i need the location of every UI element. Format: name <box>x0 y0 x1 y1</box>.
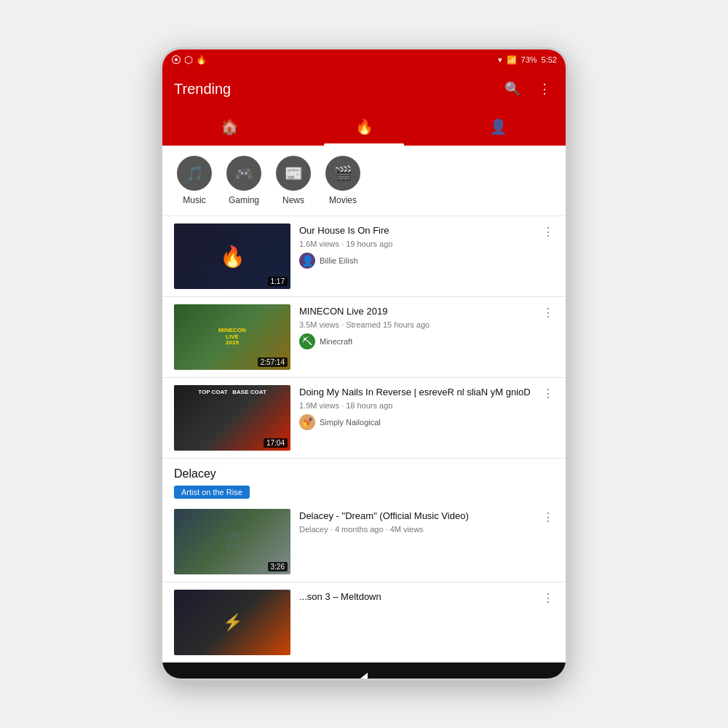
duration-2: 2:57:14 <box>258 357 288 367</box>
video-item-apex: ⚡ ...son 3 – Meltdown ⋮ <box>162 582 566 662</box>
video-item-delacey: 🎵 3:26 Delacey - "Dream" (Official Music… <box>162 502 566 582</box>
movies-icon-circle: 🎬 <box>325 156 360 191</box>
thumbnail-apex[interactable]: ⚡ <box>174 590 290 655</box>
status-dot-red: ⦿ <box>171 54 181 66</box>
video-info-delacey: Delacey - "Dream" (Official Music Video)… <box>299 509 554 538</box>
battery-level: 73% <box>521 55 537 64</box>
thumbnail-1[interactable]: 🔥 1:17 <box>174 223 290 289</box>
channel-avatar-3: 💅 <box>299 414 315 430</box>
section-header-delacey: Delacey Artist on the Rise <box>162 459 566 502</box>
music-label: Music <box>183 195 205 205</box>
thumbnail-delacey[interactable]: 🎵 3:26 <box>174 509 290 574</box>
thumbnail-3[interactable]: TOP COAT BASE COAT 17:04 <box>174 385 290 451</box>
tab-account[interactable]: 👤 <box>431 108 566 146</box>
video-info-2: MINECON Live 2019 3.5M views · Streamed … <box>299 304 554 349</box>
wifi-icon: ▾ <box>498 55 502 65</box>
video-meta-delacey: Delacey · 4 months ago · 4M views <box>299 525 554 534</box>
channel-avatar-1: 👤 <box>299 253 315 269</box>
minecon-text: MINECONLIVE2019 <box>218 328 246 347</box>
category-movies[interactable]: 🎬 Movies <box>325 156 360 205</box>
home-icon: 🏠 <box>221 118 239 135</box>
tablet-frame: ⦿ ⬡ 🔥 ▾ 📶 73% 5:52 Trending 🔍 ⋮ 🏠 🔥 👤 <box>160 47 568 681</box>
topcoat-text: TOP COAT BASE COAT <box>198 389 266 396</box>
tab-home[interactable]: 🏠 <box>162 108 297 146</box>
status-dot-2: ⬡ <box>184 54 193 66</box>
back-button[interactable] <box>360 673 368 681</box>
duration-3: 17:04 <box>264 438 288 448</box>
channel-row-2: ⛏ Minecraft <box>299 333 554 349</box>
video-info-1: Our House Is On Fire 1.6M views · 19 hou… <box>299 223 554 269</box>
news-label: News <box>282 195 304 205</box>
trending-icon: 🔥 <box>355 118 373 135</box>
duration-1: 1:17 <box>268 277 288 286</box>
video-title-1[interactable]: Our House Is On Fire <box>299 225 554 237</box>
channel-name-3[interactable]: Simply Nailogical <box>320 418 381 427</box>
status-bar: ⦿ ⬡ 🔥 ▾ 📶 73% 5:52 <box>162 50 566 70</box>
video-item-3: TOP COAT BASE COAT 17:04 Doing My Nails … <box>162 378 566 458</box>
search-button[interactable]: 🔍 <box>502 78 523 100</box>
toolbar-icons: 🔍 ⋮ <box>502 78 554 100</box>
video-title-2[interactable]: MINECON Live 2019 <box>299 306 554 318</box>
account-icon: 👤 <box>489 118 507 135</box>
channel-row-3: 💅 Simply Nailogical <box>299 414 554 430</box>
video-meta-1: 1.6M views · 19 hours ago <box>299 240 554 248</box>
more-btn-1[interactable]: ⋮ <box>539 223 557 240</box>
thumb-bg-apex: ⚡ <box>174 590 290 655</box>
news-icon-circle: 📰 <box>276 156 311 191</box>
video-title-delacey[interactable]: Delacey - "Dream" (Official Music Video) <box>299 510 554 523</box>
section-title-delacey: Delacey <box>174 467 554 480</box>
toolbar: Trending 🔍 ⋮ <box>162 70 566 108</box>
video-meta-3: 1.9M views · 18 hours ago <box>299 401 554 410</box>
more-btn-apex[interactable]: ⋮ <box>539 590 557 606</box>
category-row: 🎵 Music 🎮 Gaming 📰 News 🎬 Movies <box>162 146 566 215</box>
status-icon-fire: 🔥 <box>196 55 207 65</box>
nav-tabs: 🏠 🔥 👤 <box>162 108 566 146</box>
thumbnail-2[interactable]: MINECONLIVE2019 2:57:14 <box>174 304 290 370</box>
signal-icon: 📶 <box>507 55 517 65</box>
tab-trending[interactable]: 🔥 <box>297 108 432 146</box>
channel-name-1[interactable]: Billie Eilish <box>320 256 358 265</box>
video-item-1: 🔥 1:17 Our House Is On Fire 1.6M views ·… <box>162 216 566 296</box>
more-options-button[interactable]: ⋮ <box>535 78 554 100</box>
gaming-icon-circle: 🎮 <box>226 156 261 191</box>
duration-delacey: 3:26 <box>268 562 288 571</box>
status-bar-left: ⦿ ⬡ 🔥 <box>171 54 207 66</box>
movies-label: Movies <box>329 195 357 205</box>
category-gaming[interactable]: 🎮 Gaming <box>226 156 261 205</box>
channel-avatar-2: ⛏ <box>299 333 315 349</box>
video-item-2: MINECONLIVE2019 2:57:14 MINECON Live 201… <box>162 297 566 377</box>
artist-badge: Artist on the Rise <box>174 486 250 499</box>
channel-name-2[interactable]: Minecraft <box>320 337 352 346</box>
gaming-label: Gaming <box>229 195 259 205</box>
video-info-3: Doing My Nails In Reverse | esreveR nl s… <box>299 385 554 430</box>
category-music[interactable]: 🎵 Music <box>177 156 212 205</box>
bottom-nav <box>162 662 566 681</box>
status-bar-right: ▾ 📶 73% 5:52 <box>498 55 557 65</box>
music-icon-circle: 🎵 <box>177 156 212 191</box>
video-meta-2: 3.5M views · Streamed 15 hours ago <box>299 320 554 329</box>
category-news[interactable]: 📰 News <box>276 156 311 205</box>
channel-row-1: 👤 Billie Eilish <box>299 253 554 269</box>
more-btn-2[interactable]: ⋮ <box>539 304 557 321</box>
more-btn-delacey[interactable]: ⋮ <box>539 509 557 526</box>
clock: 5:52 <box>542 55 557 64</box>
more-btn-3[interactable]: ⋮ <box>539 385 557 402</box>
video-title-apex[interactable]: ...son 3 – Meltdown <box>299 591 554 604</box>
video-info-apex: ...son 3 – Meltdown <box>299 590 554 606</box>
video-title-3[interactable]: Doing My Nails In Reverse | esreveR nl s… <box>299 387 554 399</box>
toolbar-title: Trending <box>174 81 502 98</box>
content-area: 🎵 Music 🎮 Gaming 📰 News 🎬 Movies 🔥 <box>162 146 566 662</box>
